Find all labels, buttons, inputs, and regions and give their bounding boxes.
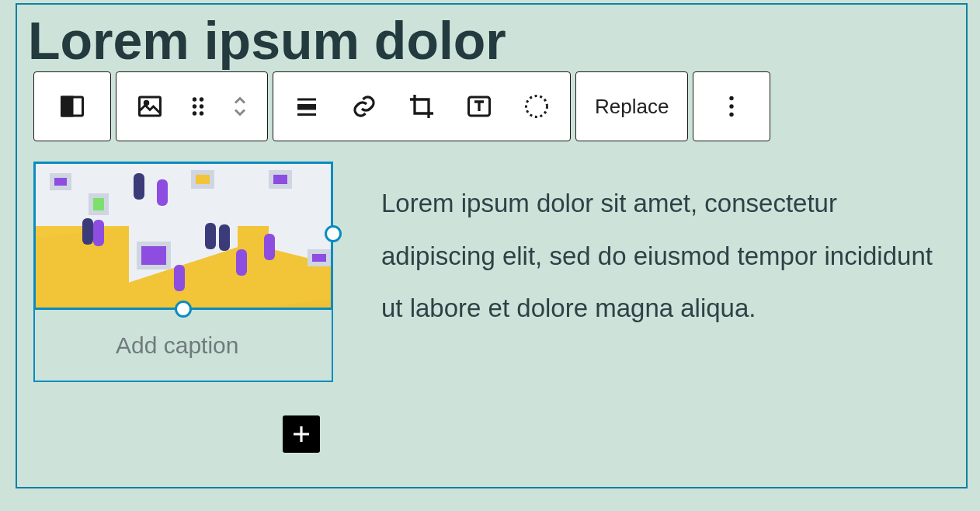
svg-point-16 bbox=[730, 104, 734, 108]
caption-input[interactable]: Add caption bbox=[33, 310, 333, 382]
svg-rect-12 bbox=[297, 113, 316, 116]
resize-handle-bottom[interactable] bbox=[175, 301, 192, 318]
plus-icon bbox=[290, 422, 313, 446]
selected-image[interactable] bbox=[33, 162, 333, 310]
align-icon[interactable] bbox=[281, 71, 332, 141]
media-text-block[interactable]: Add caption Lorem ipsum dolor sit amet, … bbox=[33, 162, 957, 382]
tools-group bbox=[273, 71, 571, 141]
media-text-block-icon[interactable] bbox=[47, 71, 98, 141]
svg-point-7 bbox=[200, 104, 203, 108]
svg-point-17 bbox=[730, 113, 734, 116]
svg-point-4 bbox=[193, 97, 196, 101]
svg-rect-11 bbox=[297, 104, 316, 110]
svg-rect-10 bbox=[297, 99, 316, 101]
svg-point-15 bbox=[730, 96, 734, 100]
block-toolbar: Replace bbox=[33, 71, 770, 141]
duotone-filter-icon[interactable] bbox=[511, 71, 562, 141]
crop-icon[interactable] bbox=[396, 71, 447, 141]
svg-point-3 bbox=[144, 101, 148, 105]
svg-point-9 bbox=[200, 111, 203, 115]
page-title[interactable]: Lorem ipsum dolor bbox=[28, 14, 952, 67]
svg-rect-1 bbox=[62, 97, 73, 116]
replace-group: Replace bbox=[575, 71, 688, 141]
svg-point-14 bbox=[526, 96, 547, 117]
text-column[interactable]: Lorem ipsum dolor sit amet, consectetur … bbox=[381, 162, 957, 335]
svg-point-6 bbox=[193, 104, 196, 108]
svg-point-8 bbox=[193, 111, 196, 115]
more-options-icon[interactable] bbox=[706, 71, 757, 141]
more-group bbox=[693, 71, 770, 141]
add-block-button[interactable] bbox=[283, 415, 320, 453]
replace-button[interactable]: Replace bbox=[584, 71, 679, 141]
link-icon[interactable] bbox=[339, 71, 390, 141]
editor-canvas[interactable]: Lorem ipsum dolor bbox=[16, 3, 968, 488]
resize-handle-right[interactable] bbox=[325, 225, 342, 242]
move-up-down-icon[interactable] bbox=[221, 71, 259, 141]
text-overlay-icon[interactable] bbox=[454, 71, 505, 141]
svg-point-5 bbox=[200, 97, 203, 101]
image-column[interactable]: Add caption bbox=[33, 162, 333, 382]
parent-block-selector-group bbox=[33, 71, 111, 141]
image-illustration bbox=[36, 164, 331, 308]
drag-handle-icon[interactable] bbox=[179, 71, 217, 141]
transform-group bbox=[116, 71, 268, 141]
image-block-icon[interactable] bbox=[124, 71, 175, 141]
